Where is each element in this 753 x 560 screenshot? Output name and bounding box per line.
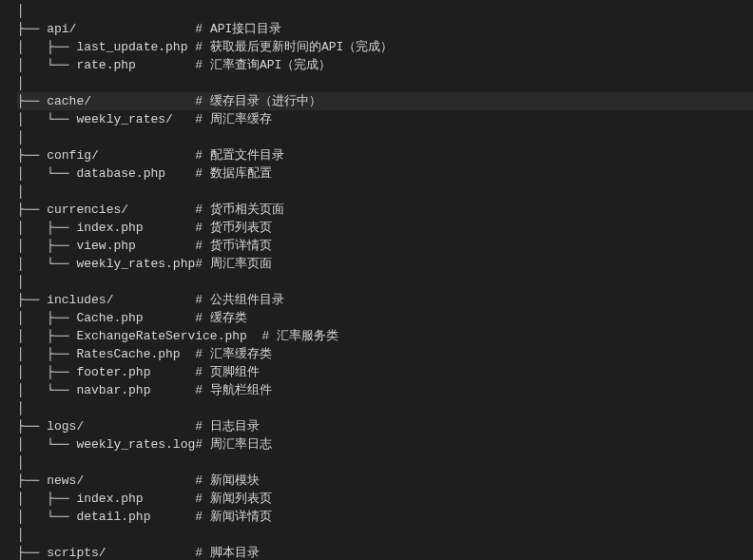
- file-name: weekly_rates/: [76, 112, 172, 126]
- tree-connector: ├──: [17, 148, 47, 163]
- file-name: last_update.php: [76, 40, 187, 54]
- comment-hash: #: [195, 221, 210, 235]
- comment-hash: #: [195, 347, 210, 361]
- comment-text: 汇率缓存类: [210, 347, 272, 361]
- comment-hash: #: [195, 203, 210, 217]
- tree-line: │ └── weekly_rates/ # 周汇率缓存: [17, 110, 753, 128]
- padding: [165, 166, 195, 181]
- padding: [247, 329, 262, 343]
- file-name: RatesCache.php: [76, 347, 180, 361]
- padding: [150, 510, 195, 524]
- tree-connector: │ ├──: [17, 329, 76, 343]
- tree-connector: │: [17, 401, 25, 415]
- padding: [106, 546, 196, 560]
- tree-connector: ├──: [17, 546, 47, 560]
- comment-text: 缓存类: [210, 311, 247, 325]
- padding: [91, 94, 195, 108]
- tree-line: │: [17, 526, 753, 544]
- comment-hash: #: [195, 546, 210, 560]
- tree-line: │ ├── ExchangeRateService.php # 汇率服务类: [17, 327, 753, 345]
- tree-connector: │ └──: [17, 383, 76, 397]
- file-name: Cache.php: [76, 311, 143, 325]
- tree-line: │ └── database.php # 数据库配置: [17, 164, 753, 183]
- comment-text: 日志目录: [210, 419, 260, 434]
- comment-text: 导航栏组件: [210, 383, 272, 397]
- comment-hash: #: [195, 112, 210, 126]
- tree-line: ├── currencies/ # 货币相关页面: [17, 201, 753, 219]
- tree-connector: ├──: [17, 473, 47, 488]
- comment-text: 周汇率缓存: [210, 112, 272, 126]
- tree-line: │ ├── footer.php # 页脚组件: [17, 363, 753, 381]
- padding: [150, 383, 195, 397]
- file-name: view.php: [76, 239, 135, 253]
- comment-hash: #: [195, 437, 210, 452]
- tree-connector: │ ├──: [17, 239, 76, 253]
- tree-line: ├── scripts/ # 脚本目录: [17, 544, 753, 560]
- padding: [144, 311, 196, 325]
- tree-connector: │ ├──: [17, 347, 76, 361]
- tree-line: │ └── rate.php # 汇率查询API（完成）: [17, 56, 753, 74]
- comment-text: 汇率查询API（完成）: [210, 58, 331, 72]
- file-name: includes/: [47, 293, 113, 307]
- tree-connector: │ └──: [17, 58, 76, 72]
- padding: [76, 22, 195, 36]
- comment-text: 数据库配置: [210, 166, 272, 181]
- padding: [128, 203, 195, 217]
- tree-connector: ├──: [17, 203, 47, 217]
- comment-hash: #: [195, 383, 210, 397]
- tree-connector: │ ├──: [17, 40, 76, 54]
- file-name: database.php: [76, 166, 165, 181]
- comment-hash: #: [195, 473, 210, 488]
- file-name: weekly_rates.php: [76, 257, 195, 271]
- padding: [181, 347, 196, 361]
- file-name: weekly_rates.log: [76, 437, 195, 452]
- tree-line: │: [17, 128, 753, 146]
- comment-hash: #: [195, 40, 210, 54]
- padding: [144, 221, 196, 235]
- tree-line: │: [17, 399, 753, 417]
- tree-connector: │ ├──: [17, 492, 76, 506]
- tree-line: │ └── navbar.php # 导航栏组件: [17, 381, 753, 399]
- file-tree: │├── api/ # API接口目录│ ├── last_update.php…: [17, 2, 753, 560]
- tree-line: │: [17, 273, 753, 291]
- comment-hash: #: [195, 58, 210, 72]
- comment-text: 周汇率页面: [210, 257, 272, 271]
- tree-line: │ └── detail.php # 新闻详情页: [17, 508, 753, 526]
- comment-text: 货币相关页面: [210, 203, 284, 217]
- tree-line: │ ├── index.php # 新闻列表页: [17, 490, 753, 508]
- tree-line: ├── config/ # 配置文件目录: [17, 146, 753, 164]
- tree-line: │ ├── view.php # 货币详情页: [17, 237, 753, 255]
- file-name: logs/: [47, 419, 84, 434]
- tree-line: ├── api/ # API接口目录: [17, 20, 753, 38]
- tree-line: │ ├── index.php # 货币列表页: [17, 219, 753, 237]
- comment-text: 页脚组件: [210, 365, 260, 379]
- tree-connector: │ └──: [17, 112, 76, 126]
- comment-hash: #: [195, 94, 210, 108]
- file-name: api/: [47, 22, 76, 36]
- file-name: detail.php: [76, 510, 150, 524]
- file-name: currencies/: [47, 203, 128, 217]
- tree-connector: │: [17, 275, 25, 289]
- comment-text: 脚本目录: [210, 546, 260, 560]
- tree-line: │ ├── Cache.php # 缓存类: [17, 309, 753, 327]
- comment-hash: #: [195, 166, 210, 181]
- tree-line: │: [17, 454, 753, 472]
- comment-text: 新闻模块: [210, 473, 260, 488]
- tree-connector: │: [17, 455, 25, 470]
- comment-text: 新闻详情页: [210, 510, 272, 524]
- comment-text: API接口目录: [210, 22, 281, 36]
- tree-connector: ├──: [17, 94, 47, 108]
- tree-connector: │: [17, 528, 25, 542]
- comment-hash: #: [261, 329, 277, 343]
- tree-line: │: [17, 2, 753, 20]
- tree-connector: ├──: [17, 293, 47, 307]
- tree-connector: │: [17, 4, 25, 18]
- tree-connector: │ └──: [17, 257, 76, 271]
- file-name: navbar.php: [76, 383, 150, 397]
- padding: [113, 293, 195, 307]
- tree-connector: │ └──: [17, 166, 76, 181]
- comment-text: 新闻列表页: [210, 492, 272, 506]
- file-name: news/: [47, 473, 84, 488]
- comment-text: 公共组件目录: [210, 293, 284, 307]
- comment-text: 周汇率日志: [210, 437, 272, 452]
